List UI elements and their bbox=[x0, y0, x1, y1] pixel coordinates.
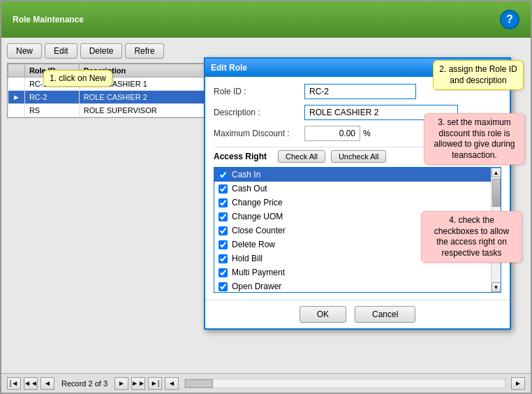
access-checkbox[interactable] bbox=[219, 226, 228, 235]
access-checkbox[interactable] bbox=[219, 240, 228, 249]
h-scroll-thumb[interactable] bbox=[185, 379, 213, 388]
access-item-label: Delete Row bbox=[232, 240, 275, 249]
cell-role-id: RS bbox=[24, 104, 79, 117]
status-bar: |◄ ◄◄ ◄ Record 2 of 3 ► ►► ►| ◄ ► bbox=[1, 373, 531, 393]
nav-last-button[interactable]: ►| bbox=[148, 377, 162, 390]
annotation-4: 4. check the checkboxes to allow the acc… bbox=[421, 211, 522, 263]
access-item[interactable]: Multi Payment bbox=[214, 265, 501, 279]
nav-prev-button[interactable]: ◄ bbox=[40, 377, 54, 390]
nav-scroll-left[interactable]: ► bbox=[511, 377, 525, 390]
scroll-thumb[interactable] bbox=[492, 179, 501, 207]
title-bar: Role Maintenance ? bbox=[1, 1, 531, 38]
access-item-label: Change Price bbox=[232, 198, 283, 207]
nav-first-button[interactable]: |◄ bbox=[7, 377, 21, 390]
table-row[interactable]: ► RC-2 ROLE CASHIER 2 bbox=[8, 91, 205, 104]
pct-label: % bbox=[363, 129, 371, 138]
table-row[interactable]: RS ROLE SUPERVISOR bbox=[8, 104, 205, 117]
main-content: New Edit Delete Refre 1. click on New Ro… bbox=[1, 38, 531, 373]
access-item[interactable]: Open Drawer bbox=[214, 279, 501, 293]
access-checkbox[interactable] bbox=[219, 170, 228, 180]
access-right-label: Access Right bbox=[214, 152, 267, 161]
help-button[interactable]: ? bbox=[500, 10, 519, 29]
access-item-label: Open Drawer bbox=[232, 282, 281, 291]
access-item-label: Cash Out bbox=[232, 184, 267, 194]
col-indicator bbox=[8, 64, 25, 78]
scroll-up-arrow[interactable]: ▲ bbox=[492, 168, 501, 177]
toolbar: New Edit Delete Refre 1. click on New bbox=[7, 43, 525, 59]
tooltip-new: 1. click on New bbox=[43, 70, 112, 87]
dialog-title: Edit Role bbox=[211, 63, 247, 73]
access-checkbox[interactable] bbox=[219, 268, 228, 277]
access-checkbox[interactable] bbox=[219, 254, 228, 263]
access-checkbox[interactable] bbox=[219, 282, 228, 291]
access-item-label: Cash In bbox=[232, 170, 260, 180]
cancel-button[interactable]: Cancel bbox=[355, 306, 415, 323]
horizontal-scrollbar[interactable] bbox=[184, 379, 505, 388]
max-discount-input[interactable] bbox=[304, 126, 360, 141]
check-all-button[interactable]: Check All bbox=[278, 150, 325, 163]
nav-next-button[interactable]: ► bbox=[114, 377, 128, 390]
row-indicator bbox=[8, 104, 25, 117]
uncheck-all-button[interactable]: Uncheck All bbox=[331, 150, 386, 163]
new-button[interactable]: New bbox=[7, 43, 42, 59]
row-indicator bbox=[8, 78, 25, 91]
access-item[interactable]: Change Price bbox=[214, 196, 501, 210]
annotation-3: 3. set the maximum discount this role is… bbox=[424, 113, 525, 165]
nav-prev-skip-button[interactable]: ◄◄ bbox=[24, 377, 38, 390]
cell-description: ROLE SUPERVISOR bbox=[79, 104, 205, 117]
access-checkbox[interactable] bbox=[219, 198, 228, 207]
edit-role-dialog: Edit Role ✕ Role ID : Description : Maxi… bbox=[204, 57, 511, 330]
cell-description: ROLE CASHIER 2 bbox=[79, 91, 205, 104]
dialog-body: Role ID : Description : Maximum Discount… bbox=[205, 77, 510, 300]
scroll-down-arrow[interactable]: ▼ bbox=[492, 282, 501, 292]
main-window: Role Maintenance ? New Edit Delete Refre… bbox=[0, 0, 532, 394]
access-item[interactable]: Cash In bbox=[214, 168, 501, 182]
nav-scroll-right[interactable]: ◄ bbox=[165, 377, 179, 390]
delete-button[interactable]: Delete bbox=[80, 43, 123, 59]
access-item-label: Close Counter bbox=[232, 226, 286, 235]
max-discount-label: Maximum Discount : bbox=[214, 129, 304, 138]
access-item[interactable]: Cash Out bbox=[214, 182, 501, 196]
dialog-footer: OK Cancel bbox=[205, 300, 510, 328]
annotation-2: 2. assign the Role ID and description bbox=[433, 60, 524, 90]
role-id-label: Role ID : bbox=[214, 87, 304, 96]
refresh-button[interactable]: Refre bbox=[125, 43, 163, 59]
edit-button[interactable]: Edit bbox=[45, 43, 77, 59]
role-id-input[interactable] bbox=[304, 84, 416, 99]
record-info: Record 2 of 3 bbox=[61, 379, 108, 388]
access-item-label: Hold Bill bbox=[232, 254, 263, 263]
cell-role-id: RC-2 bbox=[24, 91, 79, 104]
access-checkbox[interactable] bbox=[219, 212, 228, 221]
access-item-label: Change UOM bbox=[232, 212, 283, 221]
access-item-label: Multi Payment bbox=[232, 268, 285, 277]
ok-button[interactable]: OK bbox=[300, 306, 346, 323]
row-indicator: ► bbox=[8, 91, 25, 104]
description-label: Description : bbox=[214, 108, 304, 117]
app-title: Role Maintenance bbox=[13, 15, 84, 24]
access-checkbox[interactable] bbox=[219, 184, 228, 194]
nav-next-skip-button[interactable]: ►► bbox=[131, 377, 145, 390]
